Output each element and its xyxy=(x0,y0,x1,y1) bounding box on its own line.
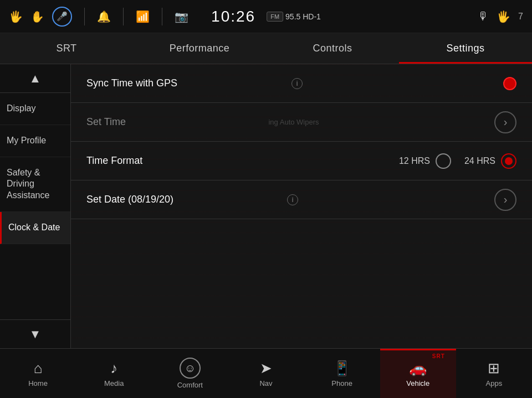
camera-icon: 📷 xyxy=(175,10,188,23)
sidebar-down-arrow[interactable]: ▼ xyxy=(0,319,70,348)
voice-icon-right: 🎙 xyxy=(478,10,489,23)
nav-media-label: Media xyxy=(104,379,124,387)
gesture-icon: ✋ xyxy=(30,10,44,23)
tab-srt[interactable]: SRT xyxy=(0,33,133,64)
divider-1 xyxy=(84,8,85,25)
sidebar-item-clock-date[interactable]: Clock & Date xyxy=(0,212,70,244)
nav-comfort[interactable]: ☺ Comfort xyxy=(152,349,228,398)
tab-controls[interactable]: Controls xyxy=(266,33,399,64)
sync-gps-toggle[interactable] xyxy=(503,77,516,90)
sidebar-item-my-profile[interactable]: My Profile xyxy=(0,125,70,157)
set-date-info-icon[interactable]: i xyxy=(287,194,298,205)
phone-icon: 📱 xyxy=(333,360,351,377)
nav-phone[interactable]: 📱 Phone xyxy=(304,349,380,398)
status-center: 10:26 FM 95.5 HD-1 xyxy=(211,8,321,25)
tab-settings[interactable]: Settings xyxy=(399,33,532,64)
sidebar: ▲ Display My Profile Safety & Driving As… xyxy=(0,64,71,348)
home-icon: ⌂ xyxy=(34,360,43,377)
radio-12hrs[interactable] xyxy=(436,153,451,169)
sidebar-up-arrow[interactable]: ▲ xyxy=(0,64,70,93)
radio-badge: FM xyxy=(267,12,283,22)
hand-icon: 🖐 xyxy=(9,10,23,23)
radio-info: FM 95.5 HD-1 xyxy=(267,12,321,22)
bottom-nav: ⌂ Home ♪ Media ☺ Comfort ➤ Nav 📱 Phone S… xyxy=(0,348,532,398)
radio-24hrs[interactable] xyxy=(501,153,516,169)
sidebar-item-display[interactable]: Display xyxy=(0,93,70,125)
nav-icon: ➤ xyxy=(260,360,272,377)
channel-number: 7 xyxy=(518,12,523,22)
nav-apps-label: Apps xyxy=(486,379,503,387)
format-24hrs[interactable]: 24 HRS xyxy=(464,153,516,169)
tab-performance[interactable]: Performance xyxy=(133,33,266,64)
chevron-icon: › xyxy=(504,116,508,128)
nav-comfort-label: Comfort xyxy=(177,381,203,389)
mic-icon[interactable]: 🎤 xyxy=(52,7,72,27)
sidebar-item-safety[interactable]: Safety & Driving Assistance xyxy=(0,157,70,212)
nav-nav[interactable]: ➤ Nav xyxy=(228,349,304,398)
set-date-label: Set Date (08/19/20) xyxy=(86,194,283,205)
time-format-group: 12 HRS 24 HRS xyxy=(399,153,516,169)
settings-list: Sync Time with GPS i Set Time ing Auto W… xyxy=(71,64,532,219)
setting-row-sync-gps: Sync Time with GPS i xyxy=(71,64,532,103)
setting-row-set-date[interactable]: Set Date (08/19/20) i › xyxy=(71,180,532,219)
sync-gps-info-icon[interactable]: i xyxy=(291,78,303,89)
main-area: ▲ Display My Profile Safety & Driving As… xyxy=(0,64,532,348)
vehicle-icon: 🚗 xyxy=(409,360,427,377)
nav-home[interactable]: ⌂ Home xyxy=(0,349,76,398)
nav-media[interactable]: ♪ Media xyxy=(76,349,152,398)
set-time-chevron[interactable]: › xyxy=(494,111,516,133)
set-time-label: Set Time xyxy=(86,116,262,128)
comfort-icon: ☺ xyxy=(180,358,201,379)
radio-station: 95.5 HD-1 xyxy=(285,12,321,21)
time-format-label: Time Format xyxy=(86,155,243,167)
set-date-chevron[interactable]: › xyxy=(494,189,516,211)
media-icon: ♪ xyxy=(110,360,117,377)
bell-icon: 🔔 xyxy=(97,10,111,23)
status-icons-right: 🎙 🖐 7 xyxy=(478,10,523,23)
divider-3 xyxy=(162,8,162,25)
status-icons-left: 🖐 ✋ 🎤 🔔 📶 📷 xyxy=(9,7,188,27)
nav-nav-label: Nav xyxy=(259,379,272,387)
nav-home-label: Home xyxy=(28,379,48,387)
divider-2 xyxy=(123,8,124,25)
tab-bar: SRT Performance Controls Settings xyxy=(0,33,532,64)
nav-vehicle[interactable]: SRT 🚗 Vehicle xyxy=(380,349,456,398)
srt-badge: SRT xyxy=(432,353,445,359)
hand-icon-right: 🖐 xyxy=(497,10,510,23)
status-bar: 🖐 ✋ 🎤 🔔 📶 📷 10:26 FM 95.5 HD-1 🎙 🖐 7 xyxy=(0,0,532,33)
clock: 10:26 xyxy=(211,8,255,25)
setting-row-time-format: Time Format 12 HRS 24 HRS xyxy=(71,142,532,180)
format-12hrs[interactable]: 12 HRS xyxy=(399,153,451,169)
setting-row-set-time[interactable]: Set Time ing Auto Wipers › xyxy=(71,103,532,142)
nav-apps[interactable]: ⊞ Apps xyxy=(456,349,532,398)
apps-icon: ⊞ xyxy=(488,360,500,377)
sync-gps-label: Sync Time with GPS xyxy=(86,77,287,89)
chevron-icon-date: › xyxy=(504,193,508,206)
content-panel: Sync Time with GPS i Set Time ing Auto W… xyxy=(71,64,532,348)
wifi-icon: 📶 xyxy=(136,10,150,23)
nav-phone-label: Phone xyxy=(331,379,352,387)
nav-vehicle-label: Vehicle xyxy=(406,379,429,387)
set-time-sublabel: ing Auto Wipers xyxy=(268,118,319,126)
